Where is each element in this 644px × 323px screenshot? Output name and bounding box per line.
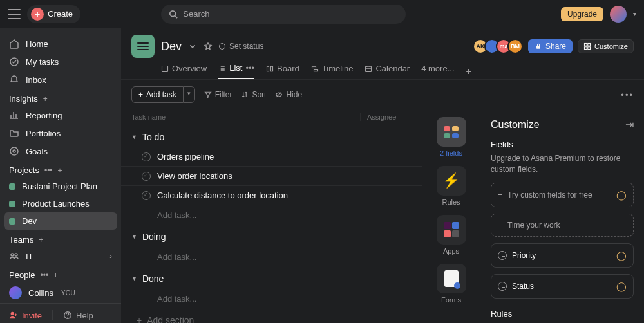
sidebar-item-project-launches[interactable]: Product Launches bbox=[0, 195, 121, 212]
svg-rect-18 bbox=[314, 69, 317, 71]
hide-button[interactable]: Hide bbox=[275, 90, 302, 99]
sidebar-item-home[interactable]: Home bbox=[0, 35, 121, 53]
svg-rect-14 bbox=[162, 66, 168, 71]
add-task-inline[interactable]: Add task... bbox=[121, 247, 422, 267]
tab-list[interactable]: List ••• bbox=[218, 63, 254, 79]
sidebar-item-person-collins[interactable]: Collins YOU bbox=[0, 282, 121, 303]
triangle-down-icon: ▼ bbox=[131, 275, 137, 282]
sidebar-item-team-it[interactable]: IT › bbox=[0, 247, 121, 265]
status-button[interactable]: Set status bbox=[219, 42, 263, 51]
project-title: Dev bbox=[161, 40, 182, 53]
star-icon[interactable] bbox=[204, 42, 213, 51]
sidebar-item-reporting[interactable]: Reporting bbox=[0, 106, 121, 124]
sidebar-header-projects[interactable]: Projects ••• + bbox=[0, 160, 121, 178]
svg-point-3 bbox=[10, 147, 18, 155]
task-list: Task name Assignee ▼ To do Orders pipeli… bbox=[121, 109, 422, 323]
add-task-button[interactable]: + Add task bbox=[131, 86, 184, 103]
column-header-assignee[interactable]: Assignee bbox=[360, 113, 412, 121]
user-avatar[interactable] bbox=[610, 6, 627, 23]
lock-icon bbox=[535, 42, 542, 50]
share-button[interactable]: Share bbox=[528, 39, 573, 53]
more-icon[interactable]: ••• bbox=[40, 271, 48, 280]
add-task-inline[interactable]: Add task... bbox=[121, 289, 422, 309]
task-row[interactable]: Calculate distance to order location bbox=[121, 186, 422, 205]
menu-toggle[interactable] bbox=[8, 9, 21, 19]
upgrade-button[interactable]: Upgrade bbox=[561, 7, 603, 21]
apps-icon bbox=[444, 222, 459, 237]
help-button[interactable]: Help bbox=[63, 311, 93, 320]
plus-icon[interactable]: + bbox=[58, 166, 62, 175]
chevron-down-icon[interactable] bbox=[188, 42, 197, 51]
chart-icon bbox=[9, 110, 19, 120]
rail-fields[interactable] bbox=[437, 117, 466, 147]
svg-rect-12 bbox=[585, 47, 587, 50]
add-task-inline[interactable]: Add task... bbox=[121, 205, 422, 225]
form-icon bbox=[444, 270, 459, 287]
rail-apps[interactable] bbox=[437, 215, 466, 245]
grid-icon bbox=[583, 42, 591, 50]
tab-overview[interactable]: Overview bbox=[161, 64, 207, 78]
collapse-icon[interactable]: ⇥ bbox=[625, 118, 634, 131]
add-task-dropdown[interactable]: ▾ bbox=[184, 86, 195, 103]
plus-icon[interactable]: + bbox=[39, 235, 43, 245]
fields-heading: Fields bbox=[491, 140, 634, 149]
task-row[interactable]: View order locations bbox=[121, 167, 422, 186]
rail-forms[interactable] bbox=[437, 264, 466, 293]
create-button[interactable]: + Create bbox=[27, 5, 80, 23]
tab-board[interactable]: Board bbox=[266, 64, 299, 78]
tab-more[interactable]: 4 more... bbox=[421, 64, 454, 78]
customize-button[interactable]: Customize bbox=[578, 39, 634, 53]
column-header-task[interactable]: Task name bbox=[131, 113, 360, 121]
sidebar-item-inbox[interactable]: Inbox bbox=[0, 71, 121, 89]
section-header-doing[interactable]: ▼ Doing bbox=[121, 225, 422, 247]
section-header-done[interactable]: ▼ Done bbox=[121, 267, 422, 289]
sidebar-item-goals[interactable]: Goals bbox=[0, 142, 121, 160]
search-placeholder: Search bbox=[183, 9, 209, 19]
customize-title: Customize bbox=[491, 119, 540, 131]
try-custom-fields-card[interactable]: + Try custom fields for free ◯ bbox=[491, 183, 634, 207]
task-complete-checkbox[interactable] bbox=[142, 191, 151, 200]
task-complete-checkbox[interactable] bbox=[142, 172, 151, 181]
sidebar-item-portfolios[interactable]: Portfolios bbox=[0, 124, 121, 142]
invite-button[interactable]: Invite bbox=[9, 311, 42, 320]
svg-point-6 bbox=[15, 254, 17, 256]
customize-panel: Customize ⇥ Fields Upgrade to Asana Prem… bbox=[480, 109, 644, 323]
sidebar-item-my-tasks[interactable]: My tasks bbox=[0, 53, 121, 71]
sidebar-item-project-dev[interactable]: Dev bbox=[4, 212, 117, 230]
sidebar-header-teams[interactable]: Teams + bbox=[0, 230, 121, 247]
filter-button[interactable]: Filter bbox=[204, 90, 232, 99]
sidebar-header-people[interactable]: People ••• + bbox=[0, 265, 121, 282]
premium-icon: ◯ bbox=[616, 190, 627, 200]
chevron-down-icon[interactable]: ▾ bbox=[633, 10, 636, 17]
status-field-card[interactable]: Status ◯ bbox=[491, 274, 634, 299]
time-work-card[interactable]: + Time your work bbox=[491, 214, 634, 237]
bolt-icon: ⚡ bbox=[442, 172, 460, 189]
plus-icon[interactable]: + bbox=[43, 95, 48, 104]
svg-point-5 bbox=[11, 254, 14, 256]
timeline-icon bbox=[311, 65, 319, 73]
plus-icon: + bbox=[31, 8, 44, 21]
more-icon[interactable]: ••• bbox=[245, 63, 254, 73]
task-row[interactable]: Orders pipeline bbox=[121, 147, 422, 167]
task-complete-checkbox[interactable] bbox=[142, 152, 151, 162]
plus-icon[interactable]: + bbox=[53, 271, 58, 280]
search-input[interactable]: Search bbox=[161, 5, 406, 24]
tab-timeline[interactable]: Timeline bbox=[311, 64, 354, 78]
tab-calendar[interactable]: Calendar bbox=[365, 64, 410, 78]
toolbar-more[interactable]: ••• bbox=[621, 90, 634, 100]
sort-button[interactable]: Sort bbox=[241, 90, 266, 99]
plus-icon: + bbox=[138, 90, 143, 99]
more-icon[interactable]: ••• bbox=[44, 166, 53, 175]
folder-icon bbox=[9, 128, 19, 138]
member-avatars[interactable]: AK ma BM bbox=[477, 39, 523, 54]
premium-icon: ◯ bbox=[616, 250, 627, 261]
section-header-todo[interactable]: ▼ To do bbox=[121, 125, 422, 147]
rail-rules[interactable]: ⚡ bbox=[437, 166, 466, 196]
sidebar-item-project-bustani[interactable]: Bustani Project Plan bbox=[0, 178, 121, 195]
priority-field-card[interactable]: Priority ◯ bbox=[491, 243, 634, 268]
add-tab-button[interactable]: + bbox=[466, 66, 471, 77]
premium-icon: ◯ bbox=[616, 281, 627, 291]
apps-rail: 2 fields ⚡ Rules Apps Forms bbox=[422, 109, 480, 323]
sidebar-header-insights[interactable]: Insights + bbox=[0, 89, 121, 106]
add-section-button[interactable]: + Add section bbox=[121, 309, 422, 323]
